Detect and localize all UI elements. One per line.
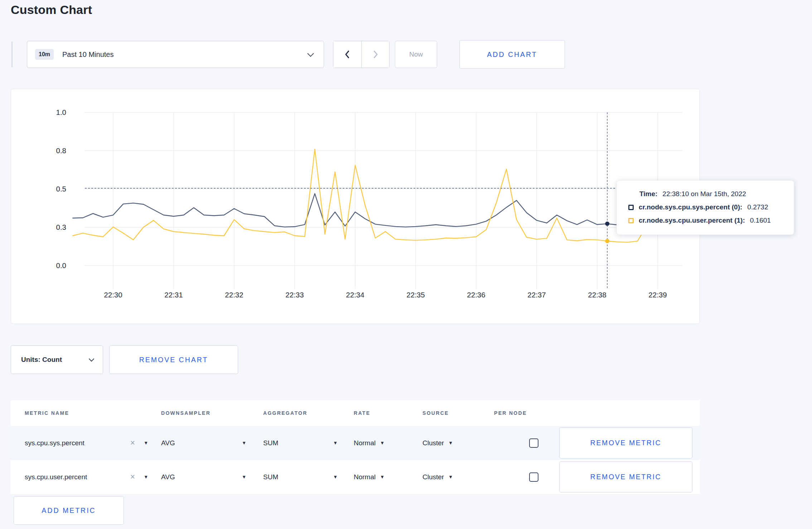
aggregator-select[interactable]: SUM ▼	[263, 426, 338, 460]
column-header-downsampler: DOWNSAMPLER	[161, 400, 211, 426]
downsampler-select[interactable]: AVG ▼	[161, 426, 246, 460]
timeseries-chart[interactable]: 0.00.30.50.81.022:3022:3122:3222:3322:34…	[11, 89, 699, 318]
remove-chart-button[interactable]: REMOVE CHART	[109, 345, 238, 374]
add-chart-button[interactable]: ADD CHART	[459, 40, 565, 69]
aggregator-select[interactable]: SUM ▼	[263, 460, 338, 494]
rate-select[interactable]: Normal ▼	[354, 426, 385, 460]
page-title: Custom Chart	[11, 3, 92, 17]
table-row: sys.cpu.sys.percent × ▼ AVG ▼ SUM ▼ Norm…	[11, 426, 700, 460]
tooltip-series-row: cr.node.sys.cpu.sys.percent (0): 0.2732	[628, 203, 784, 211]
table-row: sys.cpu.user.percent × ▼ AVG ▼ SUM ▼ Nor…	[11, 460, 700, 494]
dropdown-arrow-icon: ▼	[380, 440, 385, 446]
metric-name-select[interactable]: sys.cpu.user.percent × ▼	[25, 460, 148, 494]
dropdown-arrow-icon[interactable]: ▼	[144, 474, 148, 480]
svg-text:22:31: 22:31	[164, 291, 183, 299]
add-metric-button[interactable]: ADD METRIC	[14, 496, 124, 525]
dropdown-arrow-icon: ▼	[448, 474, 453, 480]
next-range-button[interactable]	[361, 41, 389, 68]
svg-text:22:33: 22:33	[285, 291, 304, 299]
svg-text:1.0: 1.0	[56, 108, 67, 116]
tooltip-series-value: 0.2732	[747, 203, 768, 211]
downsampler-value: AVG	[161, 439, 175, 447]
downsampler-value: AVG	[161, 473, 175, 481]
dropdown-arrow-icon: ▼	[333, 440, 338, 446]
units-select[interactable]: Units: Count	[11, 345, 103, 374]
aggregator-value: SUM	[263, 439, 278, 447]
dropdown-arrow-icon: ▼	[242, 440, 246, 446]
svg-text:22:32: 22:32	[225, 291, 243, 299]
dropdown-arrow-icon: ▼	[333, 474, 338, 480]
svg-text:0.5: 0.5	[56, 185, 67, 193]
clear-metric-icon[interactable]: ×	[130, 439, 135, 447]
source-select[interactable]: Cluster ▼	[422, 460, 453, 494]
column-header-per-node: PER NODE	[494, 400, 527, 426]
metrics-table: METRIC NAME DOWNSAMPLER AGGREGATOR RATE …	[11, 400, 700, 494]
rate-value: Normal	[354, 439, 376, 447]
tooltip-time-value: 22:38:10 on Mar 15th, 2022	[662, 190, 746, 198]
metric-name-value: sys.cpu.user.percent	[25, 473, 87, 481]
svg-text:0.3: 0.3	[56, 223, 67, 231]
column-header-rate: RATE	[354, 400, 370, 426]
clear-metric-icon[interactable]: ×	[130, 473, 135, 481]
column-header-aggregator: AGGREGATOR	[263, 400, 308, 426]
column-header-source: SOURCE	[422, 400, 449, 426]
prev-range-button[interactable]	[333, 41, 361, 68]
toolbar-divider	[11, 42, 13, 67]
now-button[interactable]: Now	[395, 41, 437, 68]
svg-text:22:39: 22:39	[648, 291, 667, 299]
remove-metric-button[interactable]: REMOVE METRIC	[559, 461, 692, 492]
metric-name-value: sys.cpu.sys.percent	[25, 439, 84, 447]
svg-text:22:34: 22:34	[346, 291, 364, 299]
remove-metric-button[interactable]: REMOVE METRIC	[559, 427, 692, 458]
series-swatch-icon	[628, 205, 634, 210]
column-header-metric-name: METRIC NAME	[25, 400, 69, 426]
tooltip-series-row: cr.node.sys.cpu.user.percent (1): 0.1601	[628, 217, 784, 224]
chevron-left-icon	[343, 50, 351, 59]
svg-text:22:37: 22:37	[527, 291, 546, 299]
downsampler-select[interactable]: AVG ▼	[161, 460, 246, 494]
tooltip-time-label: Time:	[639, 190, 657, 198]
time-range-label: Past 10 Minutes	[62, 50, 113, 59]
units-label: Units: Count	[21, 356, 62, 364]
rate-value: Normal	[354, 473, 376, 481]
dropdown-arrow-icon: ▼	[242, 474, 246, 480]
time-range-arrows	[333, 41, 390, 68]
metric-name-select[interactable]: sys.cpu.sys.percent × ▼	[25, 426, 148, 460]
per-node-checkbox[interactable]	[529, 438, 538, 448]
rate-select[interactable]: Normal ▼	[354, 460, 385, 494]
tooltip-time-row: Time: 22:38:10 on Mar 15th, 2022	[628, 190, 784, 198]
series-swatch-icon	[628, 218, 634, 223]
svg-text:0.8: 0.8	[56, 146, 67, 155]
svg-text:22:38: 22:38	[588, 291, 606, 299]
time-range-badge: 10m	[35, 49, 54, 60]
dropdown-arrow-icon[interactable]: ▼	[144, 440, 148, 446]
chart-tooltip: Time: 22:38:10 on Mar 15th, 2022 cr.node…	[617, 180, 794, 235]
svg-text:22:30: 22:30	[104, 291, 122, 299]
dropdown-arrow-icon: ▼	[380, 474, 385, 480]
chart-card: 0.00.30.50.81.022:3022:3122:3222:3322:34…	[11, 89, 700, 324]
aggregator-value: SUM	[263, 473, 278, 481]
source-value: Cluster	[422, 439, 444, 447]
dropdown-arrow-icon: ▼	[448, 440, 453, 446]
svg-text:0.0: 0.0	[56, 261, 67, 270]
tooltip-series-value: 0.1601	[750, 217, 771, 224]
chevron-down-icon	[307, 50, 314, 57]
tooltip-series-name: cr.node.sys.cpu.user.percent (1):	[639, 217, 745, 224]
source-value: Cluster	[422, 473, 444, 481]
source-select[interactable]: Cluster ▼	[422, 426, 453, 460]
svg-text:22:35: 22:35	[406, 291, 425, 299]
svg-text:22:36: 22:36	[467, 291, 485, 299]
per-node-checkbox[interactable]	[529, 472, 538, 482]
chevron-down-icon	[89, 356, 95, 361]
chevron-right-icon	[372, 50, 380, 59]
tooltip-series-name: cr.node.sys.cpu.sys.percent (0):	[639, 203, 742, 211]
time-range-select[interactable]: 10m Past 10 Minutes	[27, 41, 324, 68]
